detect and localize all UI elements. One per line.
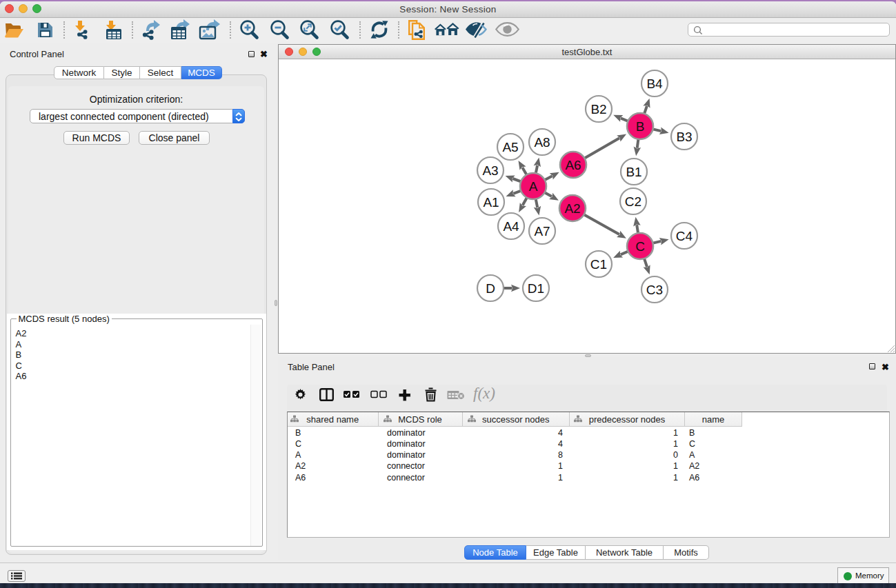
svg-text:C2: C2 — [625, 194, 641, 209]
svg-text:A6: A6 — [565, 158, 581, 172]
svg-text:B4: B4 — [646, 77, 663, 91]
svg-text:A4: A4 — [503, 219, 519, 234]
svg-text:A3: A3 — [482, 163, 498, 178]
svg-text:A5: A5 — [502, 140, 518, 154]
svg-text:B2: B2 — [590, 102, 606, 116]
svg-text:A1: A1 — [483, 195, 499, 210]
svg-text:A7: A7 — [534, 224, 550, 239]
svg-text:B: B — [636, 119, 645, 134]
svg-text:B1: B1 — [626, 165, 641, 179]
svg-text:C4: C4 — [676, 229, 693, 243]
svg-text:C: C — [635, 239, 645, 254]
svg-text:A8: A8 — [534, 135, 550, 150]
svg-text:A: A — [529, 179, 538, 194]
svg-text:B3: B3 — [676, 130, 692, 144]
svg-text:A2: A2 — [564, 201, 580, 216]
svg-text:C1: C1 — [590, 257, 607, 272]
svg-text:D1: D1 — [528, 281, 544, 296]
svg-text:C3: C3 — [646, 283, 663, 297]
svg-text:D: D — [486, 281, 495, 296]
